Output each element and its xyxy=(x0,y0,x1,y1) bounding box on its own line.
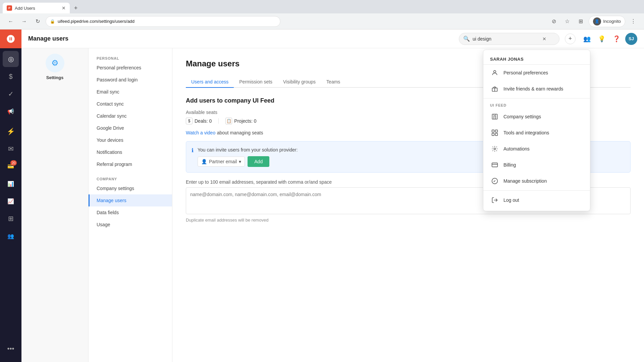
sidebar-item-automations[interactable]: ⚡ xyxy=(3,123,19,139)
settings-label: Settings xyxy=(46,75,63,80)
info-icon: ℹ xyxy=(192,147,194,154)
sidebar-nav: ◎ $ ✓ 📢 ⚡ ✉ 💳 20 📊 xyxy=(3,48,19,341)
nav-item-company-settings[interactable]: Company settings xyxy=(89,182,172,194)
nav-item-your-devices[interactable]: Your devices xyxy=(89,134,172,146)
tab-close-icon[interactable]: ✕ xyxy=(62,5,66,11)
person-icon: 👤 xyxy=(201,159,207,164)
browser-tab-active[interactable]: P Add Users ✕ xyxy=(3,3,70,13)
svg-point-0 xyxy=(494,70,496,73)
sidebar-item-analytics[interactable]: 📈 xyxy=(3,193,19,209)
integrations-icon: ⊞ xyxy=(8,215,14,223)
nav-item-referral[interactable]: Referral program xyxy=(89,158,172,170)
nav-item-notifications[interactable]: Notifications xyxy=(89,146,172,158)
sidebar-item-more[interactable]: ••• xyxy=(3,341,19,357)
svg-rect-8 xyxy=(492,163,498,167)
search-clear-icon[interactable]: ✕ xyxy=(542,36,546,42)
personal-section-label: PERSONAL xyxy=(89,54,172,62)
nav-item-data-fields[interactable]: Data fields xyxy=(89,206,172,219)
menu-tools-integrations-label: Tools and integrations xyxy=(503,130,549,135)
menu-item-invite-friends[interactable]: Invite friends & earn rewards xyxy=(483,81,590,97)
nav-item-calendar-sync[interactable]: Calendar sync xyxy=(89,110,172,122)
billing-menu-icon xyxy=(490,160,499,170)
tab-teams[interactable]: Teams xyxy=(321,76,345,88)
logo-icon xyxy=(6,34,15,44)
tab-users-access[interactable]: Users and access xyxy=(186,76,234,88)
tab-visibility-groups[interactable]: Visibility groups xyxy=(278,76,321,88)
svg-rect-3 xyxy=(492,130,494,132)
menu-item-billing[interactable]: Billing xyxy=(483,157,590,173)
nav-item-password[interactable]: Password and login xyxy=(89,74,172,86)
new-tab-button[interactable]: + xyxy=(71,3,80,13)
sidebar-item-integrations[interactable]: ⊞ xyxy=(3,210,19,227)
header-page-title: Manage users xyxy=(28,35,453,42)
lightbulb-icon[interactable]: 💡 xyxy=(596,33,608,45)
users-icon[interactable]: 👥 xyxy=(581,33,593,45)
divider-line xyxy=(218,118,219,124)
settings-sidebar: ⚙ Settings xyxy=(21,48,89,362)
menu-invite-friends-label: Invite friends & earn rewards xyxy=(503,86,563,92)
duplicate-note: Duplicate email addresses will be remove… xyxy=(186,218,631,223)
sidebar-item-teams[interactable]: 👥 xyxy=(3,228,19,244)
sidebar-item-inbox[interactable]: ✉ xyxy=(3,141,19,157)
campaigns-icon: 📢 xyxy=(7,108,14,115)
lock-icon: 🔒 xyxy=(50,19,55,24)
incognito-button[interactable]: 👤 Incognito xyxy=(589,16,625,27)
menu-item-manage-subscription[interactable]: Manage subscription xyxy=(483,173,590,189)
sidebar-item-deals[interactable]: $ xyxy=(3,68,19,84)
sidebar-item-goals[interactable]: ✓ xyxy=(3,86,19,102)
partner-dropdown[interactable]: 👤 Partner email ▾ xyxy=(198,157,245,167)
extension-icon[interactable]: ⊞ xyxy=(575,16,586,27)
search-input[interactable] xyxy=(473,36,540,42)
menu-item-company-settings[interactable]: Company settings xyxy=(483,109,590,125)
menu-divider-2 xyxy=(483,190,590,191)
menu-personal-prefs-label: Personal preferences xyxy=(503,70,548,75)
nav-item-manage-users[interactable]: Manage users xyxy=(89,194,172,206)
tab-permission-sets[interactable]: Permission sets xyxy=(234,76,278,88)
add-button[interactable]: + xyxy=(565,34,576,44)
watch-video-link[interactable]: Watch a video xyxy=(186,130,215,135)
address-bar[interactable]: 🔒 uifeed.pipedrive.com/settings/users/ad… xyxy=(46,16,280,27)
user-avatar[interactable]: SJ xyxy=(625,33,637,45)
nav-item-personal-prefs[interactable]: Personal preferences xyxy=(89,62,172,74)
sidebar-item-campaigns[interactable]: 📢 xyxy=(3,103,19,119)
projects-seats: 📋 Projects: 0 xyxy=(225,118,256,124)
company-section-label: COMPANY xyxy=(89,174,172,182)
sidebar-item-reports[interactable]: 📊 xyxy=(3,176,19,192)
menu-company-settings-label: Company settings xyxy=(503,114,541,119)
menu-divider-1 xyxy=(483,98,590,99)
user-menu-section-label: UI FEED xyxy=(483,100,590,109)
refresh-button[interactable]: ↻ xyxy=(32,16,43,27)
building-icon xyxy=(490,112,499,121)
tab-favicon: P xyxy=(7,5,12,11)
menu-item-personal-prefs[interactable]: Personal preferences xyxy=(483,65,590,81)
menu-icon[interactable]: ⋮ xyxy=(628,16,639,27)
nav-item-usage[interactable]: Usage xyxy=(89,219,172,231)
menu-item-automations[interactable]: Automations xyxy=(483,141,590,157)
reports-icon: 📊 xyxy=(7,181,14,187)
settings-gear-circle[interactable]: ⚙ xyxy=(46,54,64,72)
nav-item-contact-sync[interactable]: Contact sync xyxy=(89,98,172,110)
sidebar-item-billing[interactable]: 💳 20 xyxy=(3,158,19,174)
menu-item-tools-integrations[interactable]: Tools and integrations xyxy=(483,125,590,141)
forward-button[interactable]: → xyxy=(19,16,30,27)
bookmark-icon[interactable]: ☆ xyxy=(562,16,573,27)
automation-icon xyxy=(490,144,499,154)
deals-icon: $ xyxy=(9,73,12,80)
user-menu-header: SARAH JONAS xyxy=(483,53,590,65)
sidebar-item-activity[interactable]: ◎ xyxy=(3,51,19,67)
back-button[interactable]: ← xyxy=(5,16,16,27)
incognito-avatar: 👤 xyxy=(593,17,601,25)
search-bar[interactable]: 🔍 ✕ xyxy=(459,33,559,45)
browser-toolbar: ← → ↻ 🔒 uifeed.pipedrive.com/settings/us… xyxy=(0,13,644,29)
help-icon[interactable]: ❓ xyxy=(610,33,623,45)
menu-item-logout[interactable]: Log out xyxy=(483,192,590,208)
nav-item-google-drive[interactable]: Google Drive xyxy=(89,122,172,134)
svg-rect-5 xyxy=(492,133,494,136)
app-logo[interactable] xyxy=(0,29,21,48)
menu-automations-label: Automations xyxy=(503,146,530,152)
screenshare-icon[interactable]: ⊘ xyxy=(548,16,559,27)
nav-item-email-sync[interactable]: Email sync xyxy=(89,86,172,98)
add-partner-button[interactable]: Add xyxy=(248,156,269,167)
inbox-icon: ✉ xyxy=(8,145,14,153)
logout-icon xyxy=(490,195,499,205)
